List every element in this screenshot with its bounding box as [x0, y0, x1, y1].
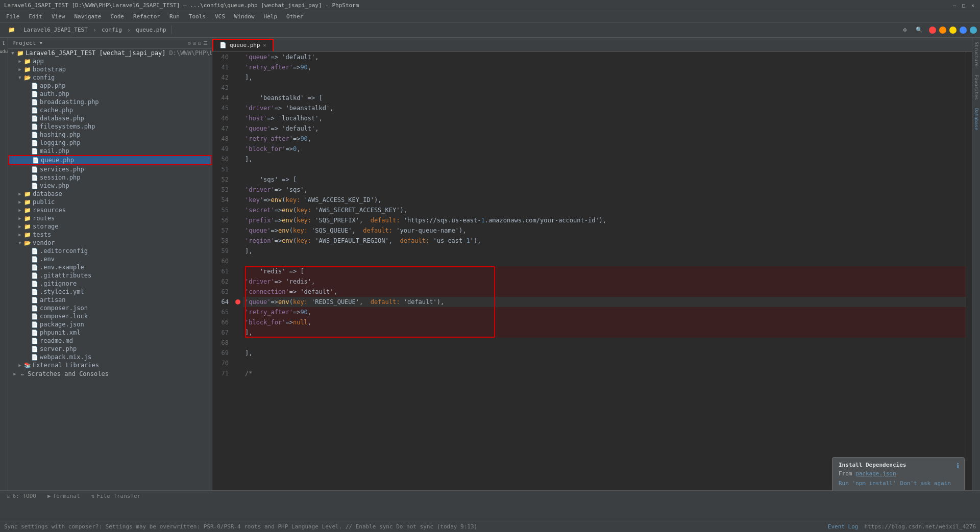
tree-external-libraries[interactable]: ▶ 📚 External Libraries: [8, 361, 212, 369]
menu-help[interactable]: Help: [260, 12, 282, 21]
scratches-and-consoles[interactable]: ▶ ✏️ Scratches and Consoles: [8, 369, 212, 378]
menu-navigate[interactable]: Navigate: [70, 12, 106, 21]
tree-database-php[interactable]: 📄 database.php: [8, 114, 212, 122]
line-number: 65: [212, 307, 229, 317]
minimize-button[interactable]: —: [951, 3, 958, 9]
bottom-panel: ☑ 6: TODO ▶ Terminal ⇅ File Transfer: [0, 490, 980, 521]
minimap[interactable]: [966, 52, 972, 490]
tree-vendor[interactable]: ▼ 📂 vendor: [8, 239, 212, 247]
tree-view-php[interactable]: 📄 view.php: [8, 182, 212, 190]
php-file-icon: 📄: [31, 91, 38, 97]
tree-readme[interactable]: 📄 readme.md: [8, 337, 212, 345]
panel-expand-btn[interactable]: ⊞: [193, 40, 196, 46]
tree-session-php[interactable]: 📄 session.php: [8, 173, 212, 182]
code-line: 'secret' => env(key: 'AWS_SECRET_ACCESS_…: [243, 205, 966, 215]
tree-routes[interactable]: ▶ 📁 routes: [8, 214, 212, 222]
menu-tools[interactable]: Tools: [185, 12, 210, 21]
menu-edit[interactable]: Edit: [25, 12, 47, 21]
npm-install-btn[interactable]: Run 'npm install': [839, 480, 896, 487]
tree-composer-json[interactable]: 📄 composer.json: [8, 304, 212, 312]
panel-gear-btn[interactable]: ☰: [203, 40, 208, 46]
php-file-icon: 📄: [32, 157, 39, 164]
tree-mail-php[interactable]: 📄 mail.php: [8, 147, 212, 155]
tree-auth-php[interactable]: 📄 auth.php: [8, 90, 212, 98]
file-icon: 📄: [31, 248, 38, 255]
npm-icon[interactable]: npm: [0, 49, 8, 55]
tree-database[interactable]: ▶ 📁 database: [8, 190, 212, 198]
tree-gitignore[interactable]: 📄 .gitignore: [8, 280, 212, 288]
tree-services-php[interactable]: 📄 services.php: [8, 165, 212, 173]
tree-broadcasting-php[interactable]: 📄 broadcasting.php: [8, 98, 212, 106]
menu-refactor[interactable]: Refactor: [129, 12, 164, 21]
project-name[interactable]: Laravel6_JSAPI_TEST: [20, 26, 91, 34]
tree-tests[interactable]: ▶ 📁 tests: [8, 231, 212, 239]
close-button[interactable]: ✕: [970, 3, 976, 9]
gutter-item: [233, 103, 243, 113]
menu-vcs[interactable]: VCS: [211, 12, 229, 21]
file-name[interactable]: queue.php: [133, 26, 169, 34]
tree-resources[interactable]: ▶ 📁 resources: [8, 206, 212, 214]
favorites-panel-btn[interactable]: Favorites: [973, 71, 980, 104]
gutter-item: [233, 123, 243, 134]
panel-collapse-btn[interactable]: ⊟: [198, 40, 201, 46]
tree-storage[interactable]: ▶ 📁 storage: [8, 222, 212, 231]
tree-phpunit-xml[interactable]: 📄 phpunit.xml: [8, 328, 212, 337]
tree-cache-php[interactable]: 📄 cache.php: [8, 106, 212, 114]
notification-link[interactable]: package.json: [855, 470, 896, 477]
tree-gitattributes[interactable]: 📄 .gitattributes: [8, 271, 212, 280]
terminal-tab[interactable]: ▶ Terminal: [42, 492, 85, 500]
settings-btn[interactable]: ⚙: [900, 26, 910, 34]
tree-queue-php[interactable]: 📄 queue.php: [8, 155, 212, 165]
gutter-item: [233, 52, 243, 62]
menu-file[interactable]: File: [2, 12, 24, 21]
structure-panel-btn[interactable]: Structure: [973, 38, 980, 71]
event-log-btn[interactable]: Event Log: [828, 523, 859, 530]
menu-window[interactable]: Window: [230, 12, 259, 21]
code-editor[interactable]: 'queue' => 'default', 'retry_after' => 9…: [243, 52, 966, 490]
tree-env[interactable]: 📄 .env: [8, 255, 212, 263]
line-number: 70: [212, 358, 229, 368]
tree-filesystems-php[interactable]: 📄 filesystems.php: [8, 122, 212, 131]
tree-styleci[interactable]: 📄 .styleci.yml: [8, 288, 212, 296]
maximize-button[interactable]: □: [961, 3, 967, 9]
gutter-item: [233, 246, 243, 256]
tab-bar: 📄 queue.php ✕: [212, 38, 972, 52]
config-path[interactable]: config: [99, 26, 125, 34]
file-icon: 📄: [31, 272, 38, 279]
tree-app-php[interactable]: 📄 app.php: [8, 82, 212, 90]
tree-package-json[interactable]: 📄 package.json: [8, 320, 212, 328]
code-line: 'region' => env(key: 'AWS_DEFAULT_REGION…: [243, 236, 966, 246]
project-icon[interactable]: 1: [2, 40, 5, 45]
panel-settings-btn[interactable]: ⚙: [188, 40, 191, 46]
tab-close-btn[interactable]: ✕: [263, 42, 266, 48]
tree-config[interactable]: ▼ 📂 config: [8, 73, 212, 82]
todo-tab[interactable]: ☑ 6: TODO: [2, 492, 41, 500]
menu-code[interactable]: Code: [106, 12, 128, 21]
color-teal: [970, 27, 977, 34]
tree-hashing-php[interactable]: 📄 hashing.php: [8, 131, 212, 139]
tree-bootstrap[interactable]: ▶ 📁 bootstrap: [8, 65, 212, 73]
menu-run[interactable]: Run: [165, 12, 184, 21]
search-btn[interactable]: 🔍: [913, 26, 926, 34]
dont-ask-btn[interactable]: Don't ask again: [900, 480, 951, 487]
tab-label: queue.php: [230, 42, 260, 48]
tree-logging-php[interactable]: 📄 logging.php: [8, 139, 212, 147]
tree-root[interactable]: ▼ 📁 Laravel6_JSAPI_TEST [wechat_jsapi_pa…: [8, 49, 212, 57]
tree-label: logging.php: [40, 139, 80, 146]
notification-from-text: From: [839, 470, 852, 477]
menu-other[interactable]: Other: [282, 12, 307, 21]
menu-view[interactable]: View: [47, 12, 69, 21]
tree-public[interactable]: ▶ 📁 public: [8, 198, 212, 206]
tree-webpack-mix[interactable]: 📄 webpack.mix.js: [8, 353, 212, 361]
tree-composer-lock[interactable]: 📄 composer.lock: [8, 312, 212, 320]
gutter-item: [233, 327, 243, 338]
tree-artisan[interactable]: 📄 artisan: [8, 296, 212, 304]
tree-editorconfig[interactable]: 📄 .editorconfig: [8, 247, 212, 255]
tree-env-example[interactable]: 📄 .env.example: [8, 263, 212, 271]
tab-queue-php[interactable]: 📄 queue.php ✕: [212, 39, 274, 52]
database-panel-btn[interactable]: Database: [973, 104, 980, 134]
file-transfer-tab[interactable]: ⇅ File Transfer: [86, 492, 146, 500]
color-red: [929, 27, 936, 34]
tree-server-php[interactable]: 📄 server.php: [8, 345, 212, 353]
tree-app[interactable]: ▶ 📁 app: [8, 57, 212, 65]
